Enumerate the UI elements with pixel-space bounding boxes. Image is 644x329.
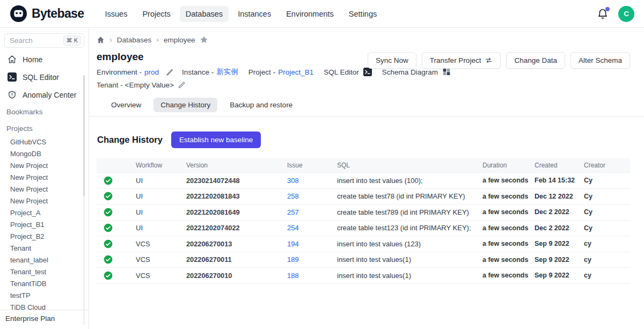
- project-item[interactable]: Tenant_test: [0, 266, 89, 278]
- issue-link[interactable]: 308: [287, 177, 337, 185]
- schema-diagram-icon: [442, 68, 451, 76]
- bytebase-logo-icon: [10, 5, 27, 23]
- issue-link[interactable]: 258: [287, 192, 337, 200]
- nav-projects[interactable]: Projects: [136, 6, 176, 22]
- plan-badge[interactable]: Enterprise Plan: [0, 310, 89, 329]
- table-row[interactable]: VCS 202206270010 188 insert into test va…: [97, 268, 630, 284]
- project-item[interactable]: Tenant: [0, 243, 89, 254]
- project-item[interactable]: New Project: [0, 184, 89, 195]
- cell-duration: a few seconds: [482, 256, 535, 264]
- cell-workflow: UI: [136, 177, 186, 185]
- cell-duration: a few seconds: [482, 224, 535, 232]
- project-item[interactable]: New Project: [0, 160, 89, 172]
- environment-link[interactable]: prod: [144, 68, 159, 76]
- project-item[interactable]: Project_B1: [0, 219, 89, 231]
- table-row[interactable]: UI 20221202074022 254 create table test1…: [97, 221, 630, 237]
- status-success-icon: [97, 271, 136, 280]
- brand-name: Bytebase: [32, 6, 84, 21]
- sidebar-item-anomaly-center[interactable]: Anomaly Center: [0, 87, 89, 102]
- bytebase-logo[interactable]: Bytebase: [10, 5, 84, 23]
- table-row[interactable]: UI 20230214072448 308 insert into test v…: [97, 173, 630, 189]
- bookmark-star-icon[interactable]: [200, 35, 208, 44]
- search-input[interactable]: [10, 36, 47, 45]
- nav-issues[interactable]: Issues: [99, 6, 133, 22]
- user-avatar[interactable]: C: [618, 6, 634, 22]
- cell-sql: create table test123 (id int PRIMARY KEY…: [337, 224, 482, 232]
- issue-link[interactable]: 257: [287, 208, 337, 216]
- table-row[interactable]: VCS 202206270013 194 insert into test va…: [97, 236, 630, 252]
- status-success-icon: [97, 176, 136, 185]
- project-link[interactable]: Project_B1: [278, 68, 313, 76]
- change-history-section-header: Change History Establish new baseline: [97, 131, 630, 148]
- nav-environments[interactable]: Environments: [280, 6, 340, 22]
- alter-schema-button[interactable]: Alter Schema: [570, 52, 630, 69]
- sql-editor-link[interactable]: SQL Editor: [324, 68, 372, 76]
- nav-settings[interactable]: Settings: [343, 6, 383, 22]
- project-item[interactable]: New Project: [0, 195, 89, 207]
- issue-link[interactable]: 189: [287, 255, 337, 264]
- project-item[interactable]: Project_B2: [0, 231, 89, 243]
- issue-link[interactable]: 188: [287, 272, 337, 280]
- breadcrumb-separator: ›: [156, 35, 159, 44]
- sidebar-item-sql-editor[interactable]: SQL Editor: [0, 70, 89, 84]
- sidebar-scrollbar-thumb[interactable]: [83, 75, 85, 196]
- table-row[interactable]: UI 20221202081843 258 create table test7…: [97, 189, 630, 205]
- status-success-icon: [97, 223, 136, 232]
- establish-baseline-button[interactable]: Establish new baseline: [171, 131, 261, 148]
- header-created: Created: [535, 162, 584, 169]
- nav-instances[interactable]: Instances: [232, 6, 277, 22]
- tab-overview[interactable]: Overview: [104, 98, 148, 112]
- cell-version: 20221202081649: [186, 208, 287, 216]
- breadcrumb-current: employee: [164, 36, 195, 44]
- table-row[interactable]: VCS 202206270011 189 insert into test va…: [97, 252, 630, 268]
- section-title: Change History: [97, 135, 163, 145]
- header-creator: Creator: [584, 162, 630, 169]
- cell-created: Sep 9 2022: [535, 272, 584, 279]
- project-item[interactable]: New Project: [0, 172, 89, 184]
- pen-icon[interactable]: [166, 68, 174, 76]
- notifications-bell-icon[interactable]: [597, 8, 609, 20]
- meta-project: Project - Project_B1: [248, 68, 313, 76]
- breadcrumb-home-icon[interactable]: [97, 36, 105, 44]
- pencil-edit-icon[interactable]: [178, 81, 186, 89]
- sidebar-item-label: SQL Editor: [23, 73, 59, 82]
- sidebar-item-home[interactable]: Home: [0, 52, 89, 67]
- sync-now-button[interactable]: Sync Now: [368, 52, 416, 69]
- environment-label: Environment -: [97, 68, 142, 76]
- cell-duration: a few seconds: [482, 177, 535, 184]
- breadcrumb-separator: ›: [109, 35, 112, 44]
- project-item[interactable]: GitHubVCS: [0, 136, 89, 148]
- instance-link[interactable]: 新实例: [216, 67, 238, 77]
- schema-diagram-link[interactable]: Schema Diagram: [382, 68, 451, 76]
- transfer-project-button[interactable]: Transfer Project: [422, 52, 501, 69]
- terminal-icon: [8, 72, 17, 82]
- section-label-projects: Projects: [0, 122, 89, 135]
- cell-sql: insert into test values(1): [337, 272, 482, 280]
- cell-sql: insert into test values (100);: [337, 177, 482, 185]
- tab-change-history[interactable]: Change History: [153, 98, 217, 112]
- cell-sql: insert into test values (123): [337, 240, 482, 248]
- project-item[interactable]: tenant_label: [0, 254, 89, 266]
- project-item[interactable]: MongoDB: [0, 148, 89, 160]
- project-item[interactable]: Project_A: [0, 207, 89, 219]
- nav-databases[interactable]: Databases: [180, 6, 229, 22]
- tab-backup-and-restore[interactable]: Backup and restore: [223, 98, 299, 112]
- sidebar-scrollbar[interactable]: [83, 75, 85, 325]
- breadcrumb-databases[interactable]: Databases: [117, 36, 152, 44]
- table-row[interactable]: UI 20221202081649 257 create table test7…: [97, 204, 630, 221]
- tabs-divider: [89, 116, 644, 116]
- status-success-icon: [97, 255, 136, 264]
- page-header-left: employee Environment - prod Instance - 新…: [97, 51, 368, 89]
- project-item[interactable]: TenantTiDB: [0, 278, 89, 290]
- button-label: Change Data: [514, 56, 557, 64]
- schema-diagram-label: Schema Diagram: [382, 68, 438, 76]
- header-sql: SQL: [337, 162, 482, 169]
- change-data-button[interactable]: Change Data: [506, 52, 565, 69]
- issue-link[interactable]: 254: [287, 224, 337, 232]
- cell-creator: Cy: [584, 224, 630, 232]
- project-item[interactable]: testTP: [0, 290, 89, 302]
- issue-link[interactable]: 194: [287, 240, 337, 248]
- cell-created: Feb 14 15:32: [535, 177, 584, 184]
- topbar-right: C: [597, 6, 634, 22]
- search-box[interactable]: ⌘ K: [4, 33, 84, 48]
